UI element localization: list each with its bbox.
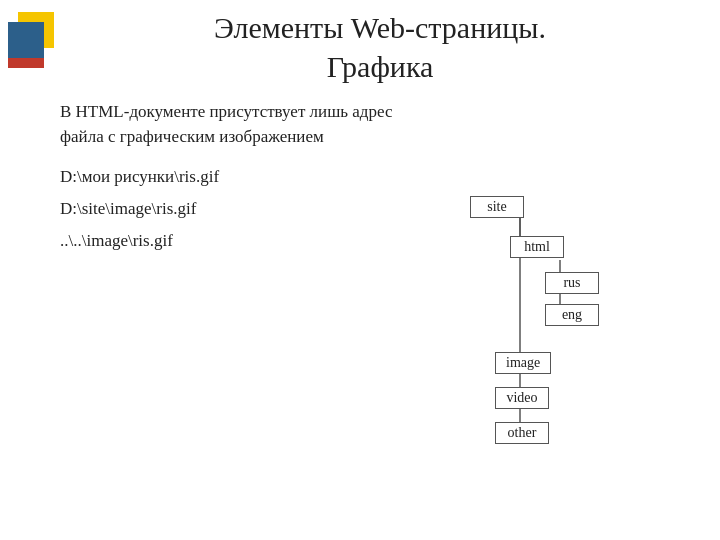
tree-node-html: html xyxy=(510,236,564,258)
path1: D:\мои рисунки\ris.gif xyxy=(60,167,420,187)
tree-node-video: video xyxy=(495,387,549,409)
title-line1: Элементы Web-страницы. xyxy=(214,11,546,44)
path2: D:\site\image\ris.gif xyxy=(60,199,420,219)
tree-node-eng: eng xyxy=(545,304,599,326)
tree-node-other: other xyxy=(495,422,549,444)
tree-node-site: site xyxy=(470,196,524,218)
deco-blue xyxy=(8,22,44,58)
tree-diagram: site html rus eng image video other xyxy=(440,190,670,500)
content-area: В HTML-документе присутствует лишь адрес… xyxy=(60,100,420,263)
tree-node-rus: rus xyxy=(545,272,599,294)
tree-container: site html rus eng image video other xyxy=(440,190,670,500)
path3: ..\..\image\ris.gif xyxy=(60,231,420,251)
tree-node-image: image xyxy=(495,352,551,374)
title-line2: Графика xyxy=(327,50,434,83)
body-text: В HTML-документе присутствует лишь адрес… xyxy=(60,100,420,149)
slide-title: Элементы Web-страницы. Графика xyxy=(0,8,720,86)
